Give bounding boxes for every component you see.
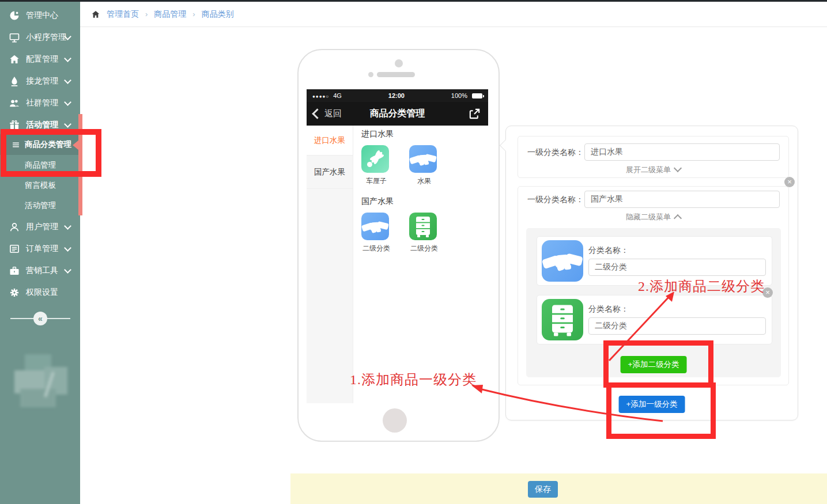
users-icon (9, 97, 20, 109)
level2-name-input[interactable] (588, 259, 766, 276)
signal-dots-icon: ●●●●○ (312, 94, 329, 99)
back-chevron-icon (312, 108, 322, 119)
level1-group-imported: 一级分类名称： 展开二级菜单 (518, 136, 789, 178)
gift-icon (9, 119, 20, 131)
sidebar-item-config[interactable]: 配置管理 (0, 48, 80, 70)
sidebar-item-miniprogram[interactable]: 小程序管理 (0, 26, 80, 48)
sidebar-item-chain[interactable]: 接龙管理 (0, 70, 80, 92)
category-item: 车厘子 (361, 145, 391, 186)
category-tab-imported[interactable]: 进口水果 (307, 126, 353, 156)
sidebar-item-admin-center[interactable]: 管理中心 (0, 5, 80, 26)
sidebar-item-users[interactable]: 用户管理 (0, 216, 80, 237)
config-home-icon (9, 54, 20, 65)
sidebar-watermark-logo (14, 354, 67, 410)
dashboard-icon (9, 10, 20, 21)
breadcrumb-link-home[interactable]: 管理首页 (107, 9, 139, 20)
section-title: 进口水果 (361, 129, 488, 139)
sidebar-subitem-goods-category[interactable]: 商品分类管理 (0, 134, 80, 155)
home-icon (91, 10, 100, 19)
sidebar-subitem-message-template[interactable]: 留言模板 (0, 175, 105, 196)
hide-submenu-toggle[interactable]: 隐藏二级菜单 (518, 212, 788, 222)
category-item: 二级分类 (409, 213, 439, 253)
sidebar-subitem-label: 留言模板 (25, 180, 56, 191)
save-button[interactable]: 保存 (528, 481, 558, 498)
add-level2-button[interactable]: +添加二级分类 (621, 356, 687, 373)
topbar: 管理首页 › 商品管理 › 商品类别 (80, 2, 827, 27)
breadcrumb-separator: › (145, 10, 148, 18)
category-item: 二级分类 (361, 213, 391, 253)
handshake-icon (361, 213, 389, 240)
order-list-icon (9, 243, 20, 255)
level2-name-label: 分类名称： (588, 304, 629, 314)
handshake-icon (409, 145, 437, 173)
category-tab-column: 进口水果 国产水果 (307, 126, 353, 403)
miniprogram-icon (9, 32, 20, 43)
chevron-down-icon (64, 77, 71, 84)
back-label: 返回 (324, 108, 342, 119)
sidebar-item-label: 管理中心 (26, 10, 58, 21)
category-item-label: 二级分类 (409, 244, 439, 253)
sidebar-item-label: 接龙管理 (26, 76, 58, 86)
sidebar-collapse-button[interactable]: « (33, 312, 47, 325)
card-pointer (500, 139, 512, 151)
sidebar-item-community[interactable]: 社群管理 (0, 92, 80, 113)
chevron-down-icon (64, 120, 71, 128)
chevron-down-icon (64, 222, 71, 230)
sidebar-item-permissions[interactable]: 权限设置 (0, 282, 80, 303)
sidebar-item-label: 营销工具 (26, 266, 58, 276)
chevron-up-icon (674, 214, 682, 222)
sidebar-item-label: 社群管理 (26, 98, 58, 108)
back-button: 返回 (314, 102, 342, 126)
remove-level1-button[interactable]: × (784, 177, 795, 187)
phone-navbar: 商品分类管理 返回 (307, 102, 488, 126)
phone-statusbar: ●●●●○ 4G 12:00 100% (307, 89, 488, 102)
section-title: 国产水果 (361, 196, 488, 207)
category-item-label: 二级分类 (361, 244, 391, 253)
admin-page: 管理中心 小程序管理 配置管理 接龙管理 社群管理 活动管理 (0, 0, 827, 504)
sidebar-item-activity[interactable]: 活动管理 (0, 114, 80, 135)
breadcrumb-separator: › (192, 10, 195, 18)
cabinet-icon (542, 299, 583, 340)
chevron-down-icon (64, 266, 71, 274)
clock-label: 12:00 (388, 92, 405, 99)
level2-name-label: 分类名称： (588, 245, 629, 256)
network-label: 4G (333, 92, 342, 99)
sidebar-item-orders[interactable]: 订单管理 (0, 238, 80, 259)
cabinet-icon (409, 213, 437, 240)
sidebar-subitem-label: 商品分类管理 (25, 139, 71, 150)
annotation-step1: 1.添加商品一级分类 (350, 370, 477, 389)
level1-name-input[interactable] (584, 143, 780, 161)
chevron-down-icon (674, 164, 682, 172)
sidebar-item-label: 小程序管理 (26, 32, 66, 43)
sidebar-subitem-goods[interactable]: 商品管理 (0, 155, 105, 176)
chevron-down-icon (64, 244, 71, 252)
save-bar: 保存 (290, 473, 827, 504)
expand-submenu-toggle[interactable]: 展开二级菜单 (518, 165, 788, 175)
user-icon (9, 221, 20, 233)
category-tab-domestic[interactable]: 国产水果 (307, 156, 353, 189)
sidebar-item-marketing[interactable]: 营销工具 (0, 260, 80, 281)
battery-icon (472, 93, 482, 98)
sidebar: 管理中心 小程序管理 配置管理 接龙管理 社群管理 活动管理 (0, 2, 80, 504)
phone-category-page: 进口水果 国产水果 进口水果 车厘子 水果 (307, 126, 488, 403)
category-item-label: 水果 (409, 176, 439, 186)
sidebar-item-label: 权限设置 (26, 287, 58, 298)
level2-panel: 分类名称： 分类名称： × +添加二级分类 (526, 228, 781, 377)
level1-name-input[interactable] (584, 191, 780, 208)
category-editor-card: 一级分类名称： 展开二级菜单 × 一级分类名称： 隐藏二级菜单 分类名称： (505, 126, 798, 420)
breadcrumb-current[interactable]: 商品类别 (202, 9, 234, 20)
category-item-label: 车厘子 (361, 176, 391, 186)
level2-name-input[interactable] (588, 317, 766, 335)
sidebar-subitem-activity[interactable]: 活动管理 (0, 195, 105, 216)
breadcrumb-link-goods[interactable]: 商品管理 (154, 9, 186, 20)
sidebar-item-label: 订单管理 (26, 244, 58, 254)
share-icon (468, 107, 481, 120)
gear-icon (9, 287, 20, 298)
level1-name-label: 一级分类名称： (527, 195, 584, 205)
chevron-down-icon (64, 55, 71, 62)
add-level1-button[interactable]: +添加一级分类 (619, 396, 685, 413)
toggle-label: 隐藏二级菜单 (626, 213, 671, 221)
shuttle-icon (361, 145, 389, 173)
annotation-step2: 2.添加商品二级分类 (638, 277, 765, 295)
sidebar-subitem-label: 活动管理 (25, 200, 56, 211)
